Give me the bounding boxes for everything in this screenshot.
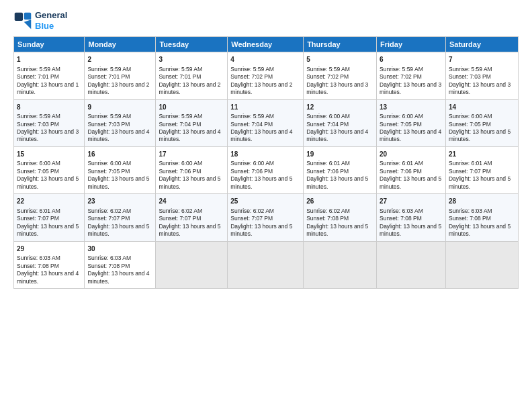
day-number: 10 (159, 103, 224, 112)
svg-marker-2 (24, 19, 32, 29)
calendar-cell: 27Sunrise: 6:03 AMSunset: 7:08 PMDayligh… (377, 194, 446, 241)
sunset-text: Sunset: 7:06 PM (230, 168, 273, 175)
daylight-text: Daylight: 13 hours and 5 minutes. (17, 175, 79, 189)
calendar-cell: 1Sunrise: 5:59 AMSunset: 7:01 PMDaylight… (14, 52, 85, 99)
daylight-text: Daylight: 13 hours and 5 minutes. (159, 223, 220, 237)
daylight-text: Daylight: 13 hours and 3 minutes. (306, 81, 368, 95)
day-number: 22 (17, 197, 81, 206)
daylight-text: Daylight: 13 hours and 5 minutes. (87, 175, 149, 189)
calendar-cell (377, 241, 446, 288)
sunrise-text: Sunrise: 5:59 AM (17, 113, 60, 120)
header-thursday: Thursday (304, 37, 377, 52)
calendar-table: SundayMondayTuesdayWednesdayThursdayFrid… (13, 36, 519, 289)
sunset-text: Sunset: 7:08 PM (306, 215, 349, 222)
calendar-cell: 7Sunrise: 5:59 AMSunset: 7:03 PMDaylight… (445, 52, 518, 99)
sunset-text: Sunset: 7:04 PM (306, 121, 349, 128)
day-number: 2 (87, 55, 152, 64)
daylight-text: Daylight: 13 hours and 5 minutes. (306, 175, 368, 189)
header-monday: Monday (85, 37, 156, 52)
header-tuesday: Tuesday (156, 37, 228, 52)
sunrise-text: Sunrise: 6:00 AM (449, 113, 492, 120)
sunset-text: Sunset: 7:07 PM (230, 215, 273, 222)
calendar-cell: 16Sunrise: 6:00 AMSunset: 7:05 PMDayligh… (85, 146, 156, 193)
day-number: 21 (449, 150, 515, 159)
calendar-cell: 22Sunrise: 6:01 AMSunset: 7:07 PMDayligh… (14, 194, 85, 241)
day-number: 9 (87, 103, 152, 112)
sunrise-text: Sunrise: 5:59 AM (159, 113, 202, 120)
daylight-text: Daylight: 13 hours and 4 minutes. (159, 128, 220, 142)
calendar-cell: 24Sunrise: 6:02 AMSunset: 7:07 PMDayligh… (156, 194, 228, 241)
daylight-text: Daylight: 13 hours and 5 minutes. (159, 175, 220, 189)
day-number: 4 (230, 55, 300, 64)
calendar-cell: 13Sunrise: 6:00 AMSunset: 7:05 PMDayligh… (377, 99, 446, 146)
calendar-cell: 23Sunrise: 6:02 AMSunset: 7:07 PMDayligh… (85, 194, 156, 241)
day-number: 12 (306, 103, 373, 112)
daylight-text: Daylight: 13 hours and 5 minutes. (449, 128, 511, 142)
calendar-cell: 3Sunrise: 5:59 AMSunset: 7:01 PMDaylight… (156, 52, 228, 99)
daylight-text: Daylight: 13 hours and 4 minutes. (306, 128, 368, 142)
calendar-cell: 18Sunrise: 6:00 AMSunset: 7:06 PMDayligh… (228, 146, 304, 193)
calendar-cell: 26Sunrise: 6:02 AMSunset: 7:08 PMDayligh… (304, 194, 377, 241)
daylight-text: Daylight: 13 hours and 5 minutes. (87, 223, 149, 237)
header-row: SundayMondayTuesdayWednesdayThursdayFrid… (14, 37, 519, 52)
day-number: 16 (87, 150, 152, 159)
calendar-cell: 15Sunrise: 6:00 AMSunset: 7:05 PMDayligh… (14, 146, 85, 193)
daylight-text: Daylight: 13 hours and 4 minutes. (230, 128, 292, 142)
sunset-text: Sunset: 7:07 PM (159, 215, 201, 222)
daylight-text: Daylight: 13 hours and 2 minutes. (87, 81, 149, 95)
daylight-text: Daylight: 13 hours and 5 minutes. (230, 175, 292, 189)
daylight-text: Daylight: 13 hours and 3 minutes. (17, 128, 79, 142)
header-sunday: Sunday (14, 37, 85, 52)
day-number: 17 (159, 150, 224, 159)
calendar-cell: 6Sunrise: 5:59 AMSunset: 7:02 PMDaylight… (377, 52, 446, 99)
week-row-5: 29Sunrise: 6:03 AMSunset: 7:08 PMDayligh… (14, 241, 519, 288)
sunset-text: Sunset: 7:06 PM (306, 168, 349, 175)
logo-icon (13, 11, 32, 30)
day-number: 24 (159, 197, 224, 206)
calendar-page: General Blue SundayMondayTuesdayWednesda… (0, 0, 532, 411)
daylight-text: Daylight: 13 hours and 3 minutes. (449, 81, 511, 95)
calendar-cell: 25Sunrise: 6:02 AMSunset: 7:07 PMDayligh… (228, 194, 304, 241)
calendar-cell (304, 241, 377, 288)
calendar-cell: 29Sunrise: 6:03 AMSunset: 7:08 PMDayligh… (14, 241, 85, 288)
sunset-text: Sunset: 7:02 PM (380, 73, 422, 80)
sunrise-text: Sunrise: 6:03 AM (380, 208, 423, 214)
daylight-text: Daylight: 13 hours and 3 minutes. (380, 81, 441, 95)
calendar-cell: 9Sunrise: 5:59 AMSunset: 7:03 PMDaylight… (85, 99, 156, 146)
svg-rect-1 (24, 12, 32, 19)
calendar-cell: 14Sunrise: 6:00 AMSunset: 7:05 PMDayligh… (445, 99, 518, 146)
daylight-text: Daylight: 13 hours and 5 minutes. (230, 223, 292, 237)
calendar-cell: 2Sunrise: 5:59 AMSunset: 7:01 PMDaylight… (85, 52, 156, 99)
calendar-cell: 30Sunrise: 6:03 AMSunset: 7:08 PMDayligh… (85, 241, 156, 288)
sunset-text: Sunset: 7:04 PM (159, 121, 201, 128)
day-number: 7 (449, 55, 515, 64)
day-number: 5 (306, 55, 373, 64)
sunrise-text: Sunrise: 6:00 AM (230, 160, 274, 167)
daylight-text: Daylight: 13 hours and 5 minutes. (449, 223, 511, 237)
sunrise-text: Sunrise: 6:03 AM (449, 208, 492, 214)
sunrise-text: Sunrise: 5:59 AM (306, 66, 350, 73)
week-row-2: 8Sunrise: 5:59 AMSunset: 7:03 PMDaylight… (14, 99, 519, 146)
daylight-text: Daylight: 13 hours and 5 minutes. (380, 223, 441, 237)
sunset-text: Sunset: 7:02 PM (306, 73, 349, 80)
daylight-text: Daylight: 13 hours and 4 minutes. (380, 128, 441, 142)
sunrise-text: Sunrise: 6:02 AM (87, 208, 131, 214)
daylight-text: Daylight: 13 hours and 2 minutes. (159, 81, 220, 95)
sunset-text: Sunset: 7:05 PM (17, 168, 59, 175)
day-number: 19 (306, 150, 373, 159)
sunrise-text: Sunrise: 6:01 AM (306, 160, 350, 167)
calendar-cell: 12Sunrise: 6:00 AMSunset: 7:04 PMDayligh… (304, 99, 377, 146)
sunset-text: Sunset: 7:07 PM (87, 215, 130, 222)
sunset-text: Sunset: 7:01 PM (17, 73, 59, 80)
sunrise-text: Sunrise: 5:59 AM (159, 66, 202, 73)
sunset-text: Sunset: 7:03 PM (87, 121, 130, 128)
daylight-text: Daylight: 13 hours and 4 minutes. (87, 270, 149, 284)
sunrise-text: Sunrise: 6:00 AM (87, 160, 131, 167)
sunset-text: Sunset: 7:07 PM (449, 168, 491, 175)
day-number: 28 (449, 197, 515, 206)
header-friday: Friday (377, 37, 446, 52)
day-number: 27 (380, 197, 443, 206)
day-number: 26 (306, 197, 373, 206)
sunset-text: Sunset: 7:03 PM (17, 121, 59, 128)
sunset-text: Sunset: 7:04 PM (230, 121, 273, 128)
